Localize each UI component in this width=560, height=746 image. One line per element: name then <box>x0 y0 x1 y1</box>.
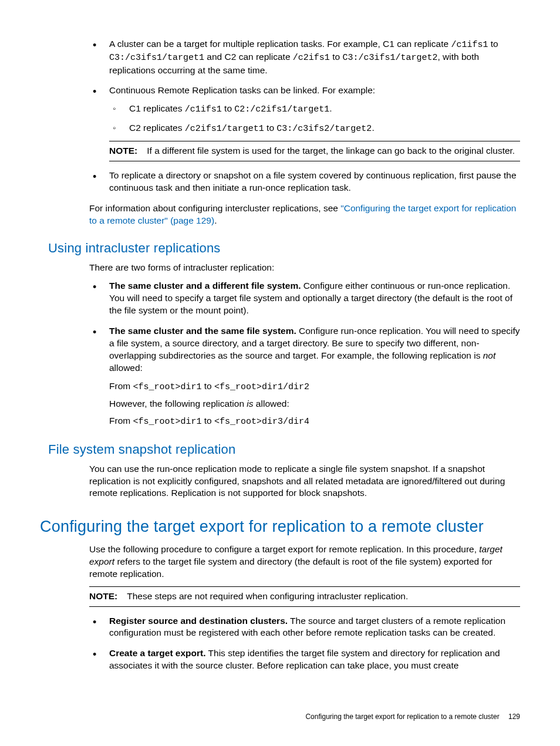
text: . <box>329 103 332 113</box>
page-footer: Configuring the target export for replic… <box>305 712 520 721</box>
bullet-create-target-export: Create a target export. This step identi… <box>89 647 520 672</box>
note-box: NOTE:These steps are not required when c… <box>89 586 520 607</box>
cte-content: Use the following procedure to configure… <box>89 544 520 672</box>
fss-paragraph: You can use the run-once replication mod… <box>89 463 520 500</box>
text: C1 replicates <box>129 103 185 113</box>
bold-lead: The same cluster and a different file sy… <box>109 281 301 291</box>
heading-fss-replication: File system snapshot replication <box>48 441 520 458</box>
fss-content: You can use the run-once replication mod… <box>89 463 520 500</box>
text: However, the following replication <box>109 399 247 409</box>
text: and C2 can replicate <box>204 52 293 62</box>
text: . <box>372 123 374 133</box>
sub-bullet: C1 replicates /c1ifs1 to C2:/c2ifs1/targ… <box>109 103 520 116</box>
italic: not <box>483 350 496 360</box>
example-line: From <fs_root>dir1 to <fs_root>dir3/dir4 <box>109 415 520 428</box>
note-label: NOTE: <box>89 591 117 601</box>
code: /c2ifs1 <box>293 53 330 63</box>
italic: is <box>247 399 253 409</box>
example-line: From <fs_root>dir1 to <fs_root>dir1/dir2 <box>109 380 520 393</box>
text: Use the following procedure to configure… <box>89 544 479 554</box>
intra-bullets: The same cluster and a different file sy… <box>89 280 520 428</box>
text: From <box>109 381 133 391</box>
note-text: If a different file system is used for t… <box>147 146 515 156</box>
code: /c1ifs1 <box>451 40 488 50</box>
sub-bullets: C1 replicates /c1ifs1 to C2:/c2ifs1/targ… <box>109 103 520 135</box>
bullet-linked-tasks: Continuous Remote Replication tasks can … <box>89 85 520 161</box>
text: Continuous Remote Replication tasks can … <box>109 85 375 95</box>
page-number: 129 <box>508 713 520 721</box>
code: <fs_root>dir1 <box>133 417 201 427</box>
text: . <box>214 215 217 225</box>
bullet-multi-target: A cluster can be a target for multiple r… <box>89 38 520 76</box>
code: <fs_root>dir1/dir2 <box>214 382 309 392</box>
note-box: NOTE:If a different file system is used … <box>109 141 520 161</box>
bullet-replicate-directory: To replicate a directory or snapshot on … <box>89 170 520 194</box>
text: to <box>222 103 235 113</box>
note-label: NOTE: <box>109 146 137 156</box>
text: refers to the target file system and dir… <box>89 556 492 579</box>
text: From <box>109 416 133 426</box>
bullet-register-clusters: Register source and destination clusters… <box>89 615 520 640</box>
text: allowed: <box>109 363 143 373</box>
intra-intro: There are two forms of intracluster repl… <box>89 262 520 274</box>
footer-title: Configuring the target export for replic… <box>305 713 499 721</box>
code: C3:/c3ifs1/target1 <box>109 53 204 63</box>
code: C3:/c3ifs1/target2 <box>342 53 437 63</box>
text: to <box>264 123 277 133</box>
text: C2 replicates <box>129 123 185 133</box>
info-paragraph: For information about configuring interc… <box>89 202 520 227</box>
heading-intracluster: Using intracluster replications <box>48 239 520 257</box>
however-line: However, the following replication is al… <box>109 398 520 410</box>
bullet-same-cluster-diff-fs: The same cluster and a different file sy… <box>89 280 520 317</box>
bullet-same-cluster-same-fs: The same cluster and the same file syste… <box>89 325 520 428</box>
code: /c1ifs1 <box>185 104 222 114</box>
body-content: A cluster can be a target for multiple r… <box>89 38 520 227</box>
code: <fs_root>dir1 <box>133 382 201 392</box>
intracluster-content: There are two forms of intracluster repl… <box>89 262 520 428</box>
bold-lead: Register source and destination clusters… <box>109 616 288 626</box>
note-text: These steps are not required when config… <box>127 591 408 601</box>
text: To replicate a directory or snapshot on … <box>109 170 517 193</box>
text: allowed: <box>254 399 289 409</box>
text: to <box>330 52 343 62</box>
sub-bullet: C2 replicates /c2ifs1/target1 to C3:/c3i… <box>109 122 520 135</box>
text: A cluster can be a target for multiple r… <box>109 39 451 49</box>
heading-configure-target-export: Configuring the target export for replic… <box>40 516 520 537</box>
top-bullets: A cluster can be a target for multiple r… <box>89 38 520 194</box>
text: to <box>488 39 498 49</box>
bold-lead: Create a target export. <box>109 648 206 658</box>
text: to <box>202 381 215 391</box>
code: <fs_root>dir3/dir4 <box>214 417 309 427</box>
text: to <box>202 416 215 426</box>
code: C3:/c3ifs2/target2 <box>276 124 372 134</box>
bold-lead: The same cluster and the same file syste… <box>109 326 296 336</box>
cte-bullets: Register source and destination clusters… <box>89 615 520 673</box>
cte-intro: Use the following procedure to configure… <box>89 544 520 580</box>
code: C2:/c2ifs1/target1 <box>234 104 329 114</box>
text: For information about configuring interc… <box>89 203 340 213</box>
code: /c2ifs1/target1 <box>185 124 264 134</box>
